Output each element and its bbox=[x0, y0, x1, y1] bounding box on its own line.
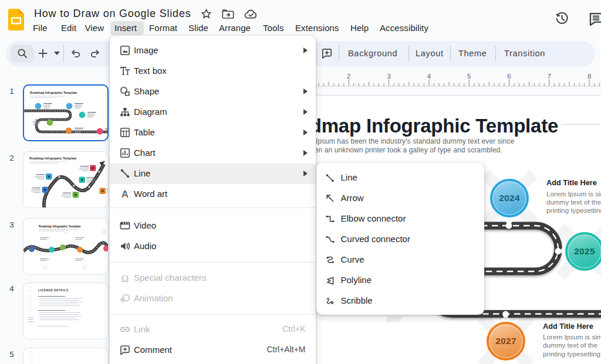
svg-text:winslides: winslides bbox=[26, 283, 33, 313]
svg-text:8: 8 bbox=[588, 73, 591, 80]
svg-text:3: 3 bbox=[387, 73, 390, 80]
svg-text:5: 5 bbox=[467, 73, 471, 80]
svg-text:Roadmap Infographic Template: Roadmap Infographic Template bbox=[30, 91, 77, 94]
svg-text:6: 6 bbox=[507, 73, 511, 80]
svg-text:Roadmap Infographic Template: Roadmap Infographic Template bbox=[39, 225, 81, 228]
svg-text:A: A bbox=[121, 189, 128, 200]
svg-text:4: 4 bbox=[427, 73, 431, 80]
svg-text:2: 2 bbox=[347, 73, 350, 80]
svg-text:winslides: winslides bbox=[28, 348, 34, 364]
svg-text:7: 7 bbox=[548, 73, 551, 80]
svg-text:Ω: Ω bbox=[121, 273, 129, 284]
svg-text:LICENSE DETAILS: LICENSE DETAILS bbox=[38, 288, 69, 292]
svg-text:Roadmap Infographic Template: Roadmap Infographic Template bbox=[29, 157, 76, 160]
